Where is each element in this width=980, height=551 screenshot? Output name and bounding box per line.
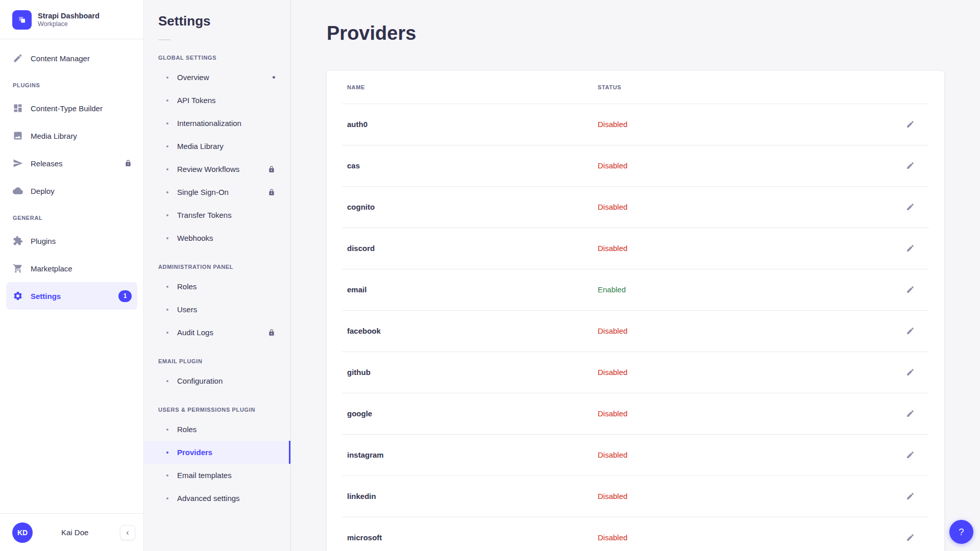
table-header: NAME STATUS [327,71,944,104]
collapse-sidebar-button[interactable]: ‹ [120,525,135,540]
pencil-icon [906,244,915,253]
settings-nav-item-label: Providers [177,448,212,457]
pencil-icon [906,203,915,211]
settings-nav-item-api-tokens[interactable]: API Tokens [144,89,290,112]
settings-nav-item-transfer-tokens[interactable]: Transfer Tokens [144,204,290,227]
settings-nav-item-audit-logs[interactable]: Audit Logs [144,321,290,344]
pencil-icon [906,368,915,377]
settings-nav-item-label: API Tokens [177,96,216,105]
subnav-section: USERS & PERMISSIONS PLUGINRolesProviders… [144,402,290,510]
provider-status: Disabled [598,244,901,253]
edit-provider-button[interactable] [901,364,919,381]
pencil-icon [906,327,915,335]
provider-name: github [347,368,598,377]
lock-icon [268,166,275,173]
bullet-icon [166,214,168,216]
sidebar-item-label: Plugins [31,237,56,245]
pencil-icon [906,161,915,170]
settings-nav-item-label: Single Sign-On [177,188,229,196]
subnav-title-rule [158,39,170,40]
settings-nav-item-label: Advanced settings [177,494,240,503]
sidebar-item-label: Content-Type Builder [31,104,103,113]
provider-name: cognito [347,203,598,211]
bullet-icon [166,145,168,147]
image-icon [13,131,23,141]
cloud-icon [13,186,23,196]
sidebar-item-plugins[interactable]: Plugins [6,227,137,255]
sidebar-item-deploy[interactable]: Deploy [6,177,137,205]
settings-nav-item-internationalization[interactable]: Internationalization [144,112,290,135]
settings-nav-item-webhooks[interactable]: Webhooks [144,227,290,249]
edit-provider-button[interactable] [901,198,919,216]
settings-nav-item-providers[interactable]: Providers [144,441,290,464]
edit-provider-button[interactable] [901,405,919,422]
subnav-sections: GLOBAL SETTINGSOverviewAPI TokensInterna… [144,49,290,510]
sidebar-section-label: PLUGINS [6,72,137,94]
workspace-subtitle: Workplace [38,20,100,29]
sidebar-item-settings[interactable]: Settings1 [6,282,137,310]
settings-nav-item-configuration[interactable]: Configuration [144,369,290,392]
table-row: discordDisabled [327,228,944,269]
subnav-section-label: EMAIL PLUGIN [144,353,290,369]
pencil-icon [906,409,915,418]
update-dot-icon [273,76,275,79]
provider-name: email [347,285,598,294]
provider-status: Disabled [598,203,901,211]
sidebar-item-content-type-builder[interactable]: Content-Type Builder [6,94,137,122]
settings-nav-item-single-sign-on[interactable]: Single Sign-On [144,181,290,204]
settings-nav-item-roles[interactable]: Roles [144,275,290,298]
settings-nav-item-users[interactable]: Users [144,298,290,321]
providers-table-card: NAME STATUS auth0DisabledcasDisabledcogn… [327,71,944,551]
subnav-section: EMAIL PLUGINConfiguration [144,353,290,392]
provider-name: discord [347,244,598,253]
provider-status: Enabled [598,285,901,294]
sidebar-item-label: Deploy [31,187,55,195]
bullet-icon [166,452,168,454]
workspace-brand[interactable]: Strapi Dashboard Workplace [0,0,143,39]
edit-provider-button[interactable] [901,157,919,174]
provider-status: Disabled [598,492,901,500]
edit-provider-button[interactable] [901,488,919,505]
lock-icon [268,329,275,336]
sidebar-item-content-manager[interactable]: Content Manager [6,44,137,72]
subnav-section: ADMINISTRATION PANELRolesUsersAudit Logs [144,259,290,344]
settings-nav-item-advanced-settings[interactable]: Advanced settings [144,487,290,510]
table-row: googleDisabled [327,393,944,434]
page-title: Providers [327,22,944,44]
settings-nav-item-overview[interactable]: Overview [144,66,290,89]
paper-plane-icon [13,158,23,168]
sidebar-item-label: Content Manager [31,54,90,63]
edit-provider-button[interactable] [901,529,919,546]
provider-name: microsoft [347,533,598,542]
bullet-icon [166,286,168,288]
edit-provider-button[interactable] [901,322,919,340]
edit-provider-button[interactable] [901,281,919,298]
bullet-icon [166,168,168,170]
pencil-icon [906,120,915,129]
settings-nav-item-email-templates[interactable]: Email templates [144,464,290,487]
settings-nav-item-media-library[interactable]: Media Library [144,135,290,158]
strapi-logo-icon [12,10,32,30]
sidebar-item-marketplace[interactable]: Marketplace [6,255,137,282]
provider-name: auth0 [347,120,598,129]
settings-nav-item-roles[interactable]: Roles [144,418,290,441]
bullet-icon [166,429,168,431]
sidebar-item-releases[interactable]: Releases [6,149,137,177]
sidebar-section-label: GENERAL [6,205,137,227]
sidebar-item-label: Settings [31,292,61,300]
main-sidebar: Strapi Dashboard Workplace Content Manag… [0,0,144,551]
provider-status: Disabled [598,409,901,418]
table-row: casDisabled [327,145,944,186]
sidebar-item-media-library[interactable]: Media Library [6,122,137,149]
edit-provider-button[interactable] [901,446,919,464]
gear-icon [13,291,23,301]
table-body: auth0DisabledcasDisabledcognitoDisabledd… [327,104,944,551]
lock-icon [125,160,132,167]
edit-provider-button[interactable] [901,116,919,133]
bullet-icon [166,380,168,382]
provider-status: Disabled [598,327,901,335]
settings-nav-item-review-workflows[interactable]: Review Workflows [144,158,290,181]
table-row: instagramDisabled [327,434,944,475]
edit-provider-button[interactable] [901,240,919,257]
help-button[interactable]: ? [949,520,973,544]
